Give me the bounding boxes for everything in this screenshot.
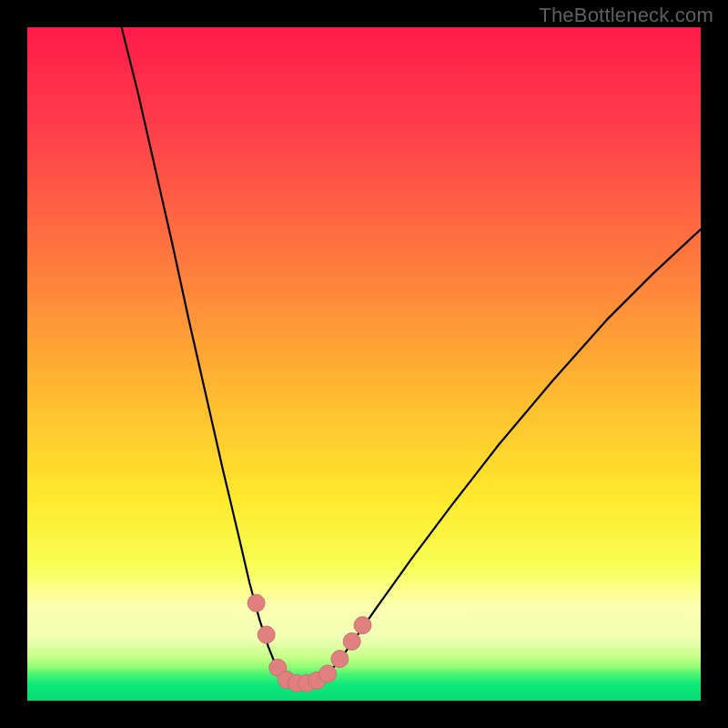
series-marker	[319, 665, 337, 682]
series-marker	[354, 617, 371, 634]
series-marker	[248, 594, 265, 612]
series-marker	[343, 632, 360, 650]
gradient-background	[27, 27, 701, 701]
series-marker	[331, 651, 349, 668]
series-marker	[258, 626, 275, 643]
bottleneck-plot	[27, 27, 701, 701]
chart-container: TheBottleneck.com	[0, 0, 728, 728]
plot-frame	[27, 27, 701, 701]
watermark-text: TheBottleneck.com	[539, 4, 713, 27]
